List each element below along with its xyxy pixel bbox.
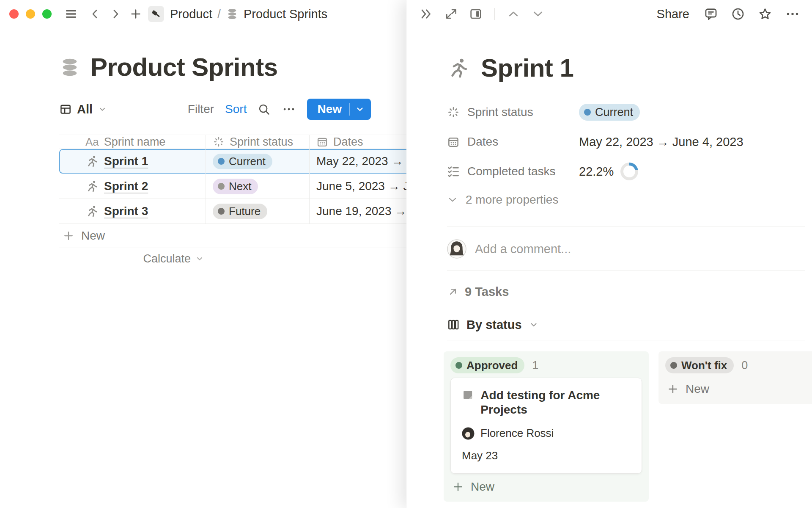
sprint-name-link[interactable]: Sprint 3	[104, 204, 148, 218]
status-dot	[218, 183, 225, 190]
sort-button[interactable]: Sort	[225, 102, 247, 116]
property-label-row[interactable]: Sprint status	[447, 105, 579, 119]
left-topbar: Product / Product Sprints	[0, 0, 406, 28]
more-properties-toggle[interactable]: 2 more properties	[447, 186, 795, 213]
column-header-sprint-name[interactable]: Aa Sprint name	[59, 135, 206, 149]
tasks-board: Approved 1 Add testing for Acme Projects…	[444, 351, 812, 502]
expand-page-icon[interactable]	[444, 7, 458, 21]
minimize-window-button[interactable]	[26, 9, 35, 19]
text-property-icon: Aa	[85, 135, 99, 149]
card-title[interactable]: Add testing for Acme Projects	[480, 388, 631, 417]
plus-icon	[452, 481, 464, 493]
column-label: Sprint status	[230, 135, 293, 149]
section-divider	[447, 340, 805, 340]
table-view-icon	[59, 103, 72, 116]
sprint-name-cell[interactable]: Sprint 1	[59, 149, 206, 174]
board-view-tab[interactable]: By status	[447, 315, 539, 334]
status-dot	[218, 208, 225, 215]
board-column-approved: Approved 1 Add testing for Acme Projects…	[444, 351, 649, 502]
status-label: Future	[229, 205, 261, 218]
sprint-name-cell[interactable]: Sprint 2	[59, 174, 206, 199]
status-pill: Won't fix	[665, 357, 734, 373]
more-options-icon[interactable]	[785, 6, 800, 22]
sprint-name-link[interactable]: Sprint 1	[104, 155, 148, 168]
property-label: Completed tasks	[467, 165, 556, 178]
share-button[interactable]: Share	[657, 7, 689, 21]
chevron-down-icon	[98, 105, 107, 114]
status-label: Current	[595, 106, 633, 119]
nav-forward-button[interactable]	[109, 8, 122, 20]
property-label: Sprint status	[467, 105, 533, 119]
sprint-status-cell[interactable]: Current	[206, 149, 310, 174]
zoom-window-button[interactable]	[42, 9, 52, 19]
board-column-wont-fix: Won't fix 0 New	[658, 351, 812, 404]
new-record-dropdown[interactable]	[350, 104, 371, 114]
property-label: Dates	[467, 135, 498, 149]
tab-all-view[interactable]: All	[59, 102, 107, 116]
property-value[interactable]: 22.2%	[579, 163, 638, 180]
assignee-avatar	[462, 427, 475, 440]
filter-button[interactable]: Filter	[188, 102, 214, 116]
property-label-row[interactable]: Dates	[447, 135, 579, 149]
comment-placeholder: Add a comment...	[475, 242, 571, 256]
property-value[interactable]: May 22, 2023 → June 4, 2023	[579, 135, 743, 149]
person-running-icon[interactable]	[447, 57, 470, 80]
previous-record-icon[interactable]	[507, 7, 520, 21]
chevron-down-icon	[447, 194, 458, 205]
column-header[interactable]: Won't fix 0	[665, 357, 812, 373]
peek-topbar: Share	[406, 0, 812, 28]
updates-clock-icon[interactable]	[731, 7, 745, 21]
close-peek-icon[interactable]	[419, 7, 433, 21]
search-icon[interactable]	[258, 103, 271, 116]
user-avatar	[447, 239, 466, 259]
task-card[interactable]: Add testing for Acme Projects Florence R…	[450, 378, 642, 474]
new-record-label: New	[307, 102, 349, 116]
database-icon[interactable]	[59, 57, 80, 78]
next-record-icon[interactable]	[531, 7, 545, 21]
more-properties-label: 2 more properties	[466, 193, 558, 207]
sprint-status-cell[interactable]: Next	[206, 174, 310, 199]
column-header[interactable]: Approved 1	[450, 357, 642, 373]
tasks-link-label: 9 Tasks	[465, 285, 509, 299]
new-card-label: New	[471, 480, 494, 494]
more-options-icon[interactable]	[282, 102, 296, 116]
status-label: Current	[229, 155, 266, 168]
person-running-icon	[85, 179, 99, 193]
property-label-row[interactable]: Completed tasks	[447, 165, 579, 178]
record-title[interactable]: Sprint 1	[481, 53, 573, 83]
sprint-name-link[interactable]: Sprint 2	[104, 179, 148, 193]
side-peek-icon[interactable]	[469, 7, 483, 21]
arrow-up-right-icon	[447, 286, 459, 298]
board-new-card-button[interactable]: New	[450, 477, 642, 497]
page-peek-panel: Share Sprint 1	[406, 0, 812, 508]
status-dot	[218, 158, 225, 165]
sprint-name-cell[interactable]: Sprint 3	[59, 199, 206, 224]
view-tab-label: All	[77, 102, 93, 116]
comment-input-row[interactable]: Add a comment...	[447, 239, 571, 259]
close-window-button[interactable]	[9, 9, 19, 19]
breadcrumb-app[interactable]: Product	[170, 7, 212, 21]
status-pill: Current	[579, 104, 640, 121]
favorite-star-icon[interactable]	[758, 7, 772, 21]
person-running-icon	[85, 204, 99, 218]
progress-ring	[620, 163, 638, 180]
workspace-hammer-icon[interactable]	[148, 6, 164, 22]
column-header-sprint-status[interactable]: Sprint status	[206, 135, 310, 149]
percent-value: 22.2%	[579, 165, 614, 179]
nav-back-button[interactable]	[89, 8, 102, 20]
tasks-backlink[interactable]: 9 Tasks	[447, 283, 509, 301]
sprint-status-cell[interactable]: Future	[206, 199, 310, 224]
calculate-button[interactable]: Calculate	[59, 248, 206, 269]
column-count: 0	[741, 359, 748, 372]
sidebar-menu-icon[interactable]	[64, 7, 78, 21]
breadcrumb-page[interactable]: Product Sprints	[244, 7, 327, 21]
property-value[interactable]: Current	[579, 104, 640, 121]
board-new-card-button[interactable]: New	[665, 379, 812, 399]
view-tab-label: By status	[466, 318, 522, 332]
new-tab-button[interactable]	[129, 8, 142, 20]
comments-icon[interactable]	[704, 7, 718, 21]
status-pill: Current	[213, 154, 272, 169]
status-label: Won't fix	[681, 359, 727, 372]
new-record-button[interactable]: New	[307, 99, 371, 120]
status-label: Approved	[466, 359, 518, 372]
